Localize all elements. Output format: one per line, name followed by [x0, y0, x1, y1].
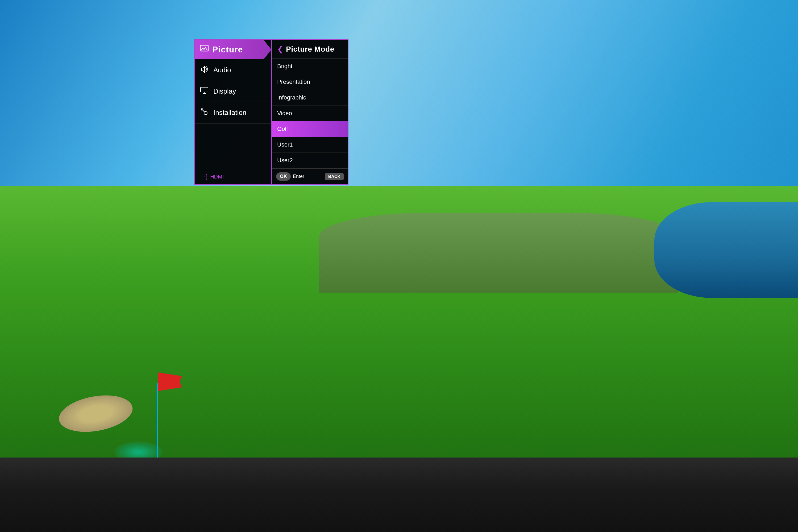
back-arrow-icon: ❮	[277, 45, 283, 54]
submenu-title: Picture Mode	[286, 45, 334, 54]
menu-header-label: Picture	[212, 45, 243, 55]
osd-menu: Picture Audio Display	[194, 39, 348, 185]
source-label: HDMI	[210, 174, 224, 180]
display-icon	[200, 87, 209, 96]
submenu-item-video[interactable]: Video	[272, 106, 348, 121]
menu-item-audio[interactable]: Audio	[195, 59, 271, 81]
submenu-header: ❮ Picture Mode	[272, 40, 348, 58]
submenu-panel: ❮ Picture Mode Bright Presentation Infog…	[271, 39, 348, 185]
far-hills	[319, 213, 678, 292]
installation-icon	[200, 108, 209, 118]
svg-rect-1	[201, 87, 208, 92]
back-pill[interactable]: BACK	[325, 173, 344, 180]
submenu-item-golf[interactable]: Golf	[272, 121, 348, 137]
ok-pill[interactable]: OK	[276, 172, 291, 180]
menu-item-installation[interactable]: Installation	[195, 102, 271, 124]
menu-item-display[interactable]: Display	[195, 81, 271, 102]
display-label: Display	[213, 87, 236, 95]
audio-label: Audio	[213, 66, 231, 74]
main-menu-panel: Picture Audio Display	[194, 39, 271, 185]
submenu-item-user2[interactable]: User2	[272, 153, 348, 168]
submenu-item-user1[interactable]: User1	[272, 137, 348, 153]
menu-header: Picture	[195, 40, 271, 59]
ok-button-group[interactable]: OK Enter	[276, 172, 304, 180]
ocean-area	[654, 202, 798, 298]
source-arrow-icon: →]	[200, 173, 208, 180]
picture-icon	[200, 45, 209, 54]
enter-label: Enter	[293, 174, 304, 179]
audio-icon	[200, 65, 209, 75]
installation-label: Installation	[213, 109, 246, 117]
submenu-item-infographic[interactable]: Infographic	[272, 90, 348, 106]
submenu-footer: OK Enter BACK	[272, 168, 348, 184]
submenu-item-presentation[interactable]: Presentation	[272, 74, 348, 90]
submenu-item-bright[interactable]: Bright	[272, 58, 348, 74]
menu-footer: →] HDMI	[195, 169, 271, 184]
svg-line-5	[201, 109, 205, 112]
bottom-strip	[0, 457, 798, 532]
